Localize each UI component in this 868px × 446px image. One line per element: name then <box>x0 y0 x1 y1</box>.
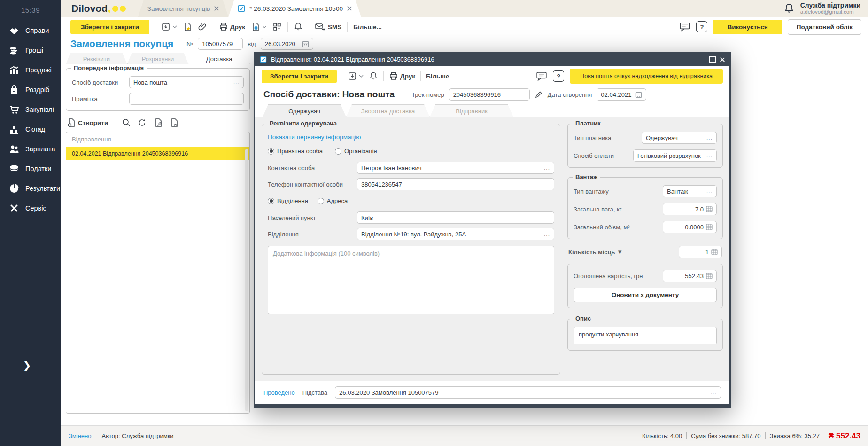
sidebar-item-servis[interactable]: Сервіс <box>0 198 61 218</box>
branch-input[interactable]: Відділення №19: вул. Райдужна, 25А ... <box>357 228 554 240</box>
modal-title-bar[interactable]: Відправлення: 02.04.2021 Відправлення 20… <box>255 53 729 66</box>
doc-number-input[interactable]: 105007579 <box>198 38 243 50</box>
modal-save-close-button[interactable]: Зберегти і закрити <box>262 70 337 83</box>
calculator-icon[interactable] <box>711 249 718 255</box>
sidebar-item-rozdrib[interactable]: Роздріб <box>0 80 61 100</box>
modal-save-button[interactable] <box>348 71 364 81</box>
tab-rozrakhunky[interactable]: Розрахунки <box>127 53 189 64</box>
sidebar-item-zarplata[interactable]: Зарплата <box>0 139 61 159</box>
modal-more-button[interactable]: Більше... <box>426 73 454 80</box>
lookup-ellipsis-icon[interactable]: ... <box>708 389 717 396</box>
calculator-icon[interactable] <box>706 206 713 212</box>
weight-input[interactable]: 7.0 <box>663 203 717 215</box>
tax-accounting-button[interactable]: Податковий облік <box>788 19 861 35</box>
sidebar-item-sklad[interactable]: Склад <box>0 119 61 139</box>
lookup-ellipsis-icon[interactable]: ... <box>231 79 240 86</box>
tab-vidpravnyk[interactable]: Відправник <box>430 104 513 117</box>
maximize-icon[interactable] <box>709 56 716 63</box>
payment-method-input[interactable]: Готівковий розрахунок ... <box>633 149 717 162</box>
sidebar-item-prodazhi[interactable]: Продажі <box>0 60 61 80</box>
calendar-icon[interactable] <box>302 40 309 47</box>
tab-dostavka[interactable]: Доставка <box>188 53 250 64</box>
doc-date-input[interactable]: 26.03.2020 <box>261 38 313 50</box>
sidebar-item-podatky[interactable]: Податки <box>0 159 61 179</box>
calculator-icon[interactable] <box>706 273 713 279</box>
doc-tab-orders-list[interactable]: Замовлення покупців <box>138 0 229 17</box>
shipment-list-row-selected[interactable]: 02.04.2021 Відправлення 20450368396916 <box>66 147 249 160</box>
file-info-button[interactable]: i <box>251 22 267 31</box>
more-button[interactable]: Більше... <box>353 23 381 31</box>
delivery-method-input[interactable]: Нова пошта ... <box>129 76 244 88</box>
volume-input[interactable]: 0.0000 <box>663 221 717 233</box>
save-close-button[interactable]: Зберегти і закрити <box>70 20 149 34</box>
lookup-ellipsis-icon[interactable]: ... <box>541 164 550 171</box>
modal-reminder-button[interactable] <box>369 71 378 81</box>
search-icon[interactable] <box>122 118 131 127</box>
user-block[interactable]: Служба підтримки a.delovod@gmail.com <box>800 1 860 15</box>
help-icon[interactable]: ? <box>696 21 707 32</box>
pencil-icon[interactable] <box>535 90 543 99</box>
refresh-icon[interactable] <box>138 118 147 127</box>
file-edit-icon[interactable] <box>154 118 163 127</box>
places-input[interactable]: 1 <box>679 246 722 258</box>
cargo-type-input[interactable]: Вантаж ... <box>663 185 717 197</box>
description-textarea[interactable]: продукти харчування <box>574 327 717 344</box>
lookup-ellipsis-icon[interactable]: ... <box>704 134 713 141</box>
calendar-icon[interactable] <box>635 91 642 98</box>
status-button[interactable]: Виконується <box>713 20 782 34</box>
update-from-document-button[interactable]: Оновити з документу <box>574 288 717 302</box>
tab-rekvizyty[interactable]: Реквізити <box>66 53 127 64</box>
radio-branch[interactable]: Відділення <box>268 197 308 204</box>
radio-organization[interactable]: Організація <box>335 148 377 155</box>
help-icon[interactable]: ? <box>553 70 564 82</box>
create-shipment-button[interactable]: Створити <box>67 118 108 127</box>
close-icon[interactable] <box>720 57 725 62</box>
shopping-bag-icon <box>8 84 20 95</box>
save-button[interactable] <box>161 22 177 31</box>
list-scrollbar[interactable] <box>245 149 248 411</box>
payer-type-input[interactable]: Одержувач ... <box>642 132 717 144</box>
doc-tab-order-active[interactable]: * 26.03.2020 Замовлення 10500 <box>228 0 361 17</box>
np-status-button[interactable]: Нова пошта очікує надходження від відпра… <box>570 69 723 84</box>
basis-input[interactable]: 26.03.2020 Замовлення 105007579 ... <box>335 386 721 399</box>
tab-zvorotna-dostavka[interactable]: Зворотна доставка <box>346 104 430 117</box>
contact-phone-input[interactable]: 380541236547 <box>357 178 554 190</box>
sidebar-item-rezultaty[interactable]: Результати <box>0 179 61 198</box>
show-primary-link[interactable]: Показати первинну інформацію <box>268 133 554 141</box>
calculator-icon[interactable] <box>706 224 713 230</box>
lookup-ellipsis-icon[interactable]: ... <box>704 188 713 195</box>
tab-oderzhuvach[interactable]: Одержувач <box>263 104 346 117</box>
save-template-button[interactable] <box>183 22 192 31</box>
lookup-ellipsis-icon[interactable]: ... <box>541 231 550 237</box>
reminder-button[interactable] <box>294 22 303 31</box>
places-label[interactable]: Кількість місць ▼ <box>568 249 679 256</box>
modal-print-button[interactable]: Друк <box>389 71 415 81</box>
radio-private-person[interactable]: Приватна особа <box>268 148 323 155</box>
attach-button[interactable] <box>198 22 207 31</box>
contact-person-input[interactable]: Петров Іван Іванович ... <box>357 162 554 174</box>
sidebar-item-groshi[interactable]: Гроші <box>0 40 61 60</box>
notifications-bell-icon[interactable] <box>783 3 795 14</box>
changed-link[interactable]: Змінено <box>69 432 92 439</box>
city-input[interactable]: Київ ... <box>357 211 554 224</box>
sidebar-item-sprawy[interactable]: Справи <box>0 21 61 40</box>
sidebar-expand-chevron[interactable]: ❯ <box>23 360 31 372</box>
declared-value-input[interactable]: 552.43 <box>663 270 717 282</box>
related-docs-button[interactable] <box>272 22 282 31</box>
track-number-input[interactable]: 20450368396916 <box>449 88 530 101</box>
posted-link[interactable]: Проведено <box>264 389 295 396</box>
created-date-input[interactable]: 02.04.2021 <box>597 88 646 101</box>
extra-info-textarea[interactable]: Додаткова інформація (100 символів) <box>268 246 554 314</box>
note-input[interactable] <box>129 93 244 105</box>
lookup-ellipsis-icon[interactable]: ... <box>541 214 550 221</box>
close-icon[interactable] <box>214 6 219 11</box>
comment-icon[interactable] <box>536 71 547 81</box>
print-button[interactable]: Друк <box>219 22 245 31</box>
lookup-ellipsis-icon[interactable]: ... <box>704 152 713 159</box>
file-delete-icon[interactable] <box>170 118 179 127</box>
sms-button[interactable]: SMS <box>315 22 341 31</box>
sidebar-item-zakupivli[interactable]: Закупівлі <box>0 100 61 119</box>
comment-icon[interactable] <box>679 22 690 32</box>
close-icon[interactable] <box>347 6 352 11</box>
radio-address[interactable]: Адреса <box>318 197 348 204</box>
